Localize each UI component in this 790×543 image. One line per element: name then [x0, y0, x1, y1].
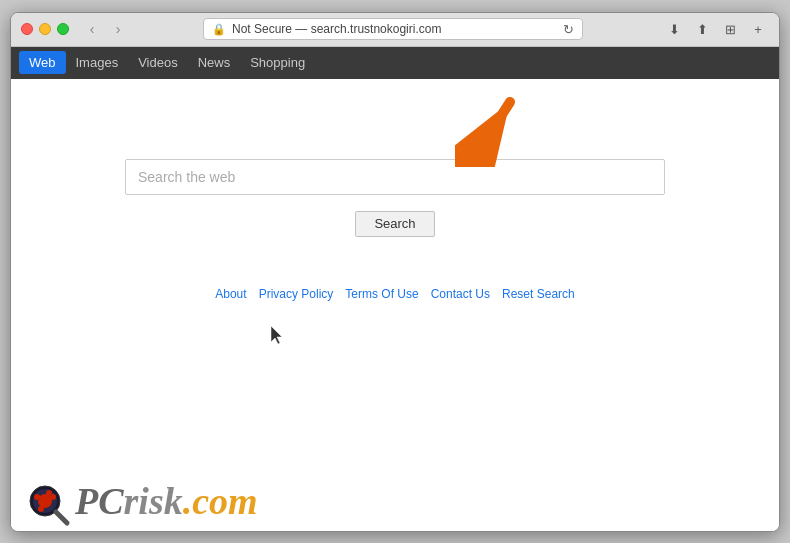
minimize-button[interactable] — [39, 23, 51, 35]
toolbar-icons: ⬇ ⬆ ⊞ + — [663, 18, 769, 40]
com-text: .com — [183, 480, 258, 522]
content-area: Search About Privacy Policy Terms Of Use… — [11, 79, 779, 531]
terms-of-use-link[interactable]: Terms Of Use — [345, 287, 418, 301]
search-section: Search — [11, 159, 779, 237]
search-button[interactable]: Search — [355, 211, 435, 237]
cursor-indicator — [271, 326, 283, 344]
sidebar-button[interactable]: ⊞ — [719, 18, 741, 40]
contact-us-link[interactable]: Contact Us — [431, 287, 490, 301]
about-link[interactable]: About — [215, 287, 246, 301]
maximize-button[interactable] — [57, 23, 69, 35]
risk-text: risk — [124, 480, 183, 522]
share-button[interactable]: ⬆ — [691, 18, 713, 40]
traffic-lights — [21, 23, 69, 35]
tab-web[interactable]: Web — [19, 51, 66, 74]
lock-icon: 🔒 — [212, 23, 226, 36]
reload-button[interactable]: ↻ — [563, 22, 574, 37]
svg-line-1 — [475, 102, 510, 157]
browser-window: ‹ › 🔒 Not Secure — search.trustnokogiri.… — [10, 12, 780, 532]
address-bar[interactable]: 🔒 Not Secure — search.trustnokogiri.com … — [203, 18, 583, 40]
privacy-policy-link[interactable]: Privacy Policy — [259, 287, 334, 301]
svg-line-9 — [56, 512, 67, 523]
new-tab-button[interactable]: + — [747, 18, 769, 40]
nav-buttons: ‹ › — [81, 18, 129, 40]
forward-button[interactable]: › — [107, 18, 129, 40]
pcrisk-brand-text: PCrisk.com — [75, 479, 258, 523]
nav-tabs-bar: Web Images Videos News Shopping — [11, 47, 779, 79]
close-button[interactable] — [21, 23, 33, 35]
title-bar: ‹ › 🔒 Not Secure — search.trustnokogiri.… — [11, 13, 779, 47]
reset-search-link[interactable]: Reset Search — [502, 287, 575, 301]
download-button[interactable]: ⬇ — [663, 18, 685, 40]
svg-point-4 — [38, 494, 52, 508]
svg-point-5 — [34, 494, 40, 500]
watermark: PCrisk.com — [11, 471, 270, 531]
tab-videos[interactable]: Videos — [128, 51, 188, 74]
tab-shopping[interactable]: Shopping — [240, 51, 315, 74]
footer-links: About Privacy Policy Terms Of Use Contac… — [215, 287, 574, 301]
svg-point-7 — [38, 506, 44, 512]
pcrisk-logo-icon — [23, 479, 67, 523]
pc-text: PC — [75, 480, 124, 522]
svg-point-8 — [46, 490, 52, 496]
search-input[interactable] — [125, 159, 665, 195]
tab-images[interactable]: Images — [66, 51, 129, 74]
address-bar-container: 🔒 Not Secure — search.trustnokogiri.com … — [137, 18, 649, 40]
back-button[interactable]: ‹ — [81, 18, 103, 40]
search-input-wrapper — [125, 159, 665, 195]
address-text: Not Secure — search.trustnokogiri.com — [232, 22, 441, 36]
tab-news[interactable]: News — [188, 51, 241, 74]
orange-arrow — [455, 87, 535, 171]
